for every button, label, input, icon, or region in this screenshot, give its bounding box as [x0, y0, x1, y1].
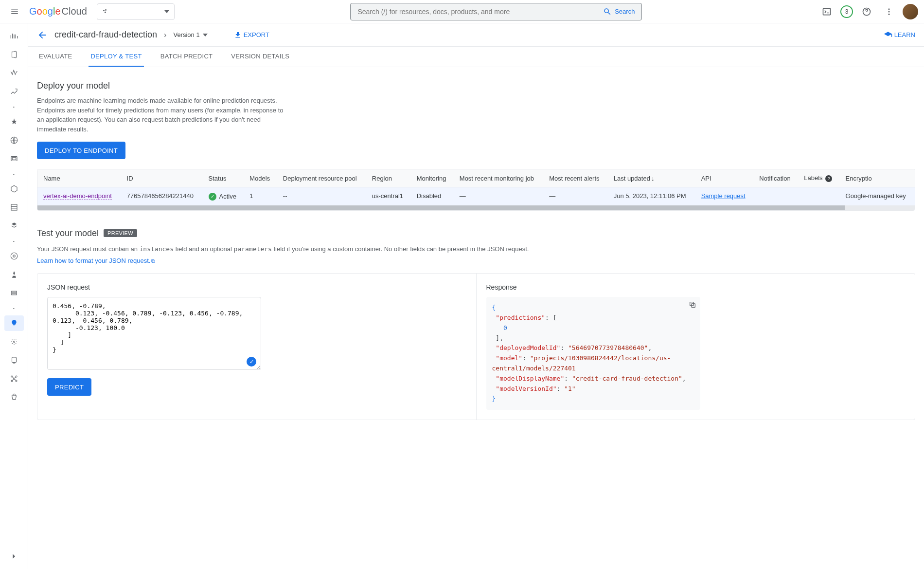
col-notification[interactable]: Notification: [753, 169, 798, 187]
tab-version-details[interactable]: VERSION DETAILS: [229, 47, 291, 67]
main-content: credit-card-fraud-detection › Version 1 …: [28, 23, 924, 569]
learn-button[interactable]: LEARN: [884, 31, 915, 39]
rail-item-11-icon[interactable]: [4, 267, 24, 282]
request-panel-title: JSON request: [47, 283, 466, 291]
breadcrumb-bar: credit-card-fraud-detection › Version 1 …: [28, 23, 924, 47]
svg-point-22: [13, 378, 15, 380]
col-name[interactable]: Name: [37, 169, 121, 187]
svg-point-20: [11, 380, 13, 382]
version-selector[interactable]: Version 1: [173, 31, 207, 38]
project-icon: [102, 8, 109, 15]
notifications-badge[interactable]: 3: [840, 5, 853, 18]
top-right-controls: 3: [818, 3, 918, 20]
tabs: EVALUATE DEPLOY & TEST BATCH PREDICT VER…: [28, 47, 924, 67]
cell-pool: --: [277, 187, 366, 205]
search-input[interactable]: [351, 8, 596, 16]
rail-sep-1: •: [4, 102, 24, 111]
export-label: EXPORT: [244, 31, 269, 38]
cell-recent-alerts: —: [543, 187, 608, 205]
rail-item-15-icon[interactable]: [4, 371, 24, 386]
col-status[interactable]: Status: [203, 169, 244, 187]
svg-point-12: [11, 253, 18, 259]
col-id[interactable]: ID: [121, 169, 203, 187]
cell-recent-job: —: [454, 187, 543, 205]
svg-point-18: [11, 376, 13, 377]
copy-response-button[interactable]: [689, 301, 696, 309]
rail-item-10-icon[interactable]: [4, 248, 24, 264]
col-region[interactable]: Region: [366, 169, 411, 187]
rail-item-active-icon[interactable]: [4, 315, 24, 331]
deploy-to-endpoint-button[interactable]: DEPLOY TO ENDPOINT: [37, 142, 125, 159]
back-arrow-button[interactable]: [37, 30, 48, 40]
response-panel: Response { "predictions": [ 0 ], "deploy…: [476, 274, 915, 420]
cell-status: ✓Active: [203, 187, 244, 205]
horizontal-scrollbar[interactable]: [37, 205, 915, 210]
svg-point-21: [16, 380, 17, 382]
svg-rect-11: [11, 204, 17, 210]
left-navigation-rail: • • • •: [0, 23, 28, 569]
col-api[interactable]: API: [695, 169, 754, 187]
col-monitoring[interactable]: Monitoring: [411, 169, 454, 187]
col-models[interactable]: Models: [244, 169, 277, 187]
hamburger-menu-button[interactable]: [6, 3, 23, 20]
search-icon: [603, 7, 612, 16]
search-wrap: Search: [180, 3, 812, 20]
export-button[interactable]: EXPORT: [234, 31, 269, 39]
more-options-button[interactable]: [880, 3, 898, 20]
sample-request-link[interactable]: Sample request: [701, 192, 746, 200]
copy-icon: [689, 301, 696, 309]
svg-point-19: [16, 376, 17, 377]
search-button[interactable]: Search: [596, 3, 641, 20]
json-request-textarea[interactable]: [47, 297, 261, 370]
status-active-icon: ✓: [209, 193, 216, 201]
tab-deploy-test[interactable]: DEPLOY & TEST: [89, 47, 143, 67]
svg-point-1: [105, 9, 107, 11]
google-cloud-logo[interactable]: GoogleCloud: [29, 6, 87, 17]
svg-rect-15: [11, 294, 17, 295]
cloud-shell-button[interactable]: [818, 3, 835, 20]
cell-models: 1: [244, 187, 277, 205]
rail-item-12-icon[interactable]: [4, 285, 24, 301]
svg-rect-10: [12, 158, 16, 160]
col-recent-alerts[interactable]: Most recent alerts: [543, 169, 608, 187]
help-button[interactable]: [858, 3, 875, 20]
rail-item-3-icon[interactable]: [4, 84, 24, 99]
cell-encryption: Google-managed key: [840, 187, 915, 205]
endpoint-table: Name ID Status Models Deployment resourc…: [37, 169, 915, 211]
rail-item-9-icon[interactable]: [4, 218, 24, 234]
rail-item-13-icon[interactable]: [4, 334, 24, 349]
col-encryption[interactable]: Encryptio: [840, 169, 915, 187]
col-last-updated[interactable]: Last updated↓: [608, 169, 695, 187]
rail-dashboard-icon[interactable]: [4, 28, 24, 44]
rail-item-2-icon[interactable]: [4, 65, 24, 81]
rail-sep-3: •: [4, 237, 24, 245]
col-labels[interactable]: Labels ?: [798, 169, 839, 187]
rail-sep-2: •: [4, 169, 24, 178]
col-recent-job[interactable]: Most recent monitoring job: [454, 169, 543, 187]
rail-item-16-icon[interactable]: [4, 389, 24, 405]
svg-rect-14: [11, 291, 17, 293]
deploy-section: Deploy your model Endpoints are machine …: [37, 81, 915, 211]
rail-item-1-icon[interactable]: [4, 47, 24, 62]
endpoint-name-link[interactable]: vertex-ai-demo-endpoint: [43, 192, 112, 200]
predict-button[interactable]: PREDICT: [47, 378, 91, 396]
rail-item-4-icon[interactable]: [4, 114, 24, 129]
cell-monitoring: Disabled: [411, 187, 454, 205]
user-avatar[interactable]: [903, 4, 918, 19]
rail-item-14-icon[interactable]: [4, 352, 24, 368]
rail-item-6-icon[interactable]: [4, 151, 24, 166]
col-pool[interactable]: Deployment resource pool: [277, 169, 366, 187]
rail-item-8-icon[interactable]: [4, 200, 24, 215]
learn-json-format-link[interactable]: Learn how to format your JSON request.⧉: [37, 257, 155, 264]
tab-evaluate[interactable]: EVALUATE: [37, 47, 74, 67]
table-row[interactable]: vertex-ai-demo-endpoint 7765784656284221…: [37, 187, 915, 205]
rail-expand-icon[interactable]: [4, 549, 24, 564]
rail-item-5-icon[interactable]: [4, 132, 24, 148]
project-selector[interactable]: [97, 3, 175, 20]
chevron-down-icon: [164, 10, 169, 13]
rail-item-7-icon[interactable]: [4, 181, 24, 197]
tab-batch-predict[interactable]: BATCH PREDICT: [159, 47, 215, 67]
search-button-label: Search: [615, 8, 635, 15]
deploy-description: Endpoints are machine learning models ma…: [37, 96, 290, 134]
help-icon[interactable]: ?: [825, 175, 832, 182]
